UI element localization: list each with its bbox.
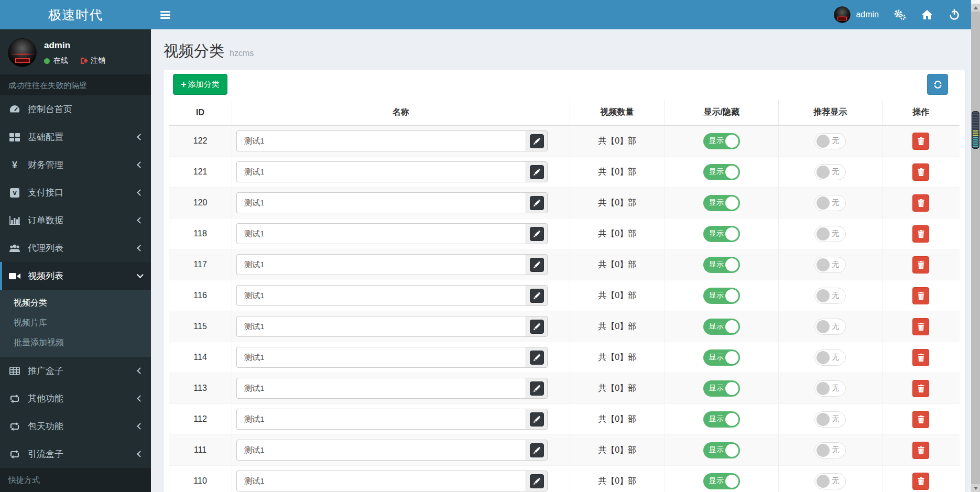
input-addon (526, 254, 548, 275)
category-name-input[interactable] (236, 347, 526, 368)
sidebar-item-promo-box[interactable]: 推广盒子 (0, 357, 151, 385)
scrollbar-down-button[interactable] (971, 484, 980, 492)
sidebar-item-video-categories[interactable]: 视频分类 (0, 293, 151, 313)
edit-button[interactable] (530, 320, 544, 334)
edit-button[interactable] (530, 443, 544, 457)
video-count: 共【0】部 (570, 435, 665, 466)
yen-icon: ¥ (8, 160, 21, 170)
show-hide-toggle[interactable]: 显示 (703, 133, 740, 149)
sidebar-item-agents[interactable]: 代理列表 (0, 234, 151, 262)
recommend-toggle[interactable]: 无 (814, 257, 846, 273)
edit-button[interactable] (530, 227, 544, 241)
category-name-input[interactable] (236, 254, 526, 275)
recommend-toggle[interactable]: 无 (814, 473, 846, 489)
home-button[interactable] (913, 0, 941, 29)
sidebar-item-finance[interactable]: ¥ 财务管理 (0, 151, 151, 179)
delete-button[interactable] (912, 380, 929, 397)
category-name-input[interactable] (236, 285, 526, 306)
show-hide-toggle[interactable]: 显示 (703, 195, 740, 211)
retweet-icon (8, 450, 21, 458)
recommend-toggle[interactable]: 无 (814, 380, 846, 397)
sidebar-item-base-config[interactable]: 基础配置 (0, 123, 151, 151)
show-hide-toggle[interactable]: 显示 (703, 349, 740, 366)
logout-button[interactable] (941, 0, 968, 29)
recommend-toggle[interactable]: 无 (814, 226, 846, 242)
delete-button[interactable] (912, 287, 929, 304)
recommend-toggle[interactable]: 无 (814, 164, 846, 180)
delete-button[interactable] (912, 194, 929, 212)
sidebar-item-other-functions[interactable]: 其他功能 (0, 385, 151, 412)
recommend-toggle[interactable]: 无 (814, 319, 846, 335)
chevron-left-icon (137, 134, 144, 140)
delete-button[interactable] (912, 411, 929, 428)
sidebar-item-video-library[interactable]: 视频片库 (0, 313, 151, 333)
settings-button[interactable] (886, 0, 913, 29)
category-name-input[interactable] (236, 192, 526, 213)
delete-icon (918, 199, 924, 207)
delete-button[interactable] (912, 442, 929, 459)
category-name-input[interactable] (236, 409, 526, 430)
show-hide-toggle[interactable]: 显示 (703, 288, 740, 304)
sidebar-toggle-button[interactable] (160, 0, 183, 29)
edit-button[interactable] (530, 381, 544, 396)
scrollbar-thumb[interactable] (972, 111, 979, 149)
category-name-input[interactable] (236, 161, 526, 182)
category-name-input[interactable] (236, 316, 526, 337)
refresh-button[interactable] (927, 74, 948, 95)
edit-button[interactable] (530, 196, 544, 210)
category-name-input[interactable] (236, 130, 526, 151)
show-hide-toggle[interactable]: 显示 (703, 257, 740, 273)
recommend-toggle[interactable]: 无 (814, 411, 846, 428)
video-count: 共【0】部 (570, 404, 665, 435)
edit-button[interactable] (530, 289, 544, 303)
delete-button[interactable] (912, 318, 929, 335)
delete-button[interactable] (912, 349, 929, 366)
brand-logo[interactable]: 极速时代 (0, 0, 151, 29)
sidebar-item-label: 支付接口 (28, 187, 63, 199)
show-hide-toggle[interactable]: 显示 (703, 226, 740, 242)
category-name-input[interactable] (236, 223, 526, 244)
delete-button[interactable] (912, 133, 929, 150)
sidebar-item-daypass-functions[interactable]: 包天功能 (0, 412, 151, 440)
edit-button[interactable] (530, 351, 544, 365)
edit-button[interactable] (530, 258, 544, 272)
show-hide-toggle[interactable]: 显示 (703, 164, 740, 180)
delete-button[interactable] (912, 225, 929, 243)
show-hide-toggle[interactable]: 显示 (703, 473, 740, 489)
sidebar-item-payment[interactable]: v 支付接口 (0, 179, 151, 206)
category-name-input[interactable] (236, 378, 526, 399)
category-name-group (236, 161, 548, 182)
category-name-input[interactable] (236, 440, 526, 461)
show-hide-toggle[interactable]: 显示 (703, 380, 740, 397)
delete-button[interactable] (912, 473, 929, 490)
toggle-knob (725, 135, 738, 148)
sidebar-item-orders[interactable]: 订单数据 (0, 206, 151, 234)
chevron-left-icon (137, 395, 144, 402)
sidebar-item-batch-add-video[interactable]: 批量添加视频 (0, 333, 151, 353)
sidebar-item-video-list[interactable]: 视频列表 (0, 262, 151, 290)
edit-button[interactable] (530, 412, 544, 427)
show-hide-toggle[interactable]: 显示 (703, 411, 740, 428)
recommend-toggle[interactable]: 无 (814, 442, 846, 458)
sidebar-item-traffic-box[interactable]: 引流盒子 (0, 440, 151, 468)
edit-button[interactable] (530, 474, 544, 488)
category-name-input[interactable] (236, 471, 526, 491)
edit-button[interactable] (530, 134, 544, 148)
recommend-toggle[interactable]: 无 (814, 349, 846, 366)
logout-link[interactable]: 注销 (80, 56, 105, 65)
toggle-off-label: 无 (832, 229, 839, 238)
scrollbar-up-button[interactable] (971, 4, 980, 12)
delete-button[interactable] (912, 163, 929, 181)
show-hide-toggle[interactable]: 显示 (703, 442, 740, 458)
recommend-toggle[interactable]: 无 (814, 133, 846, 149)
delete-button[interactable] (912, 256, 929, 274)
recommend-toggle[interactable]: 无 (814, 288, 846, 304)
sidebar-item-dashboard[interactable]: 控制台首页 (0, 95, 151, 123)
recommend-toggle[interactable]: 无 (814, 195, 846, 211)
show-hide-toggle[interactable]: 显示 (703, 319, 740, 335)
add-category-button[interactable]: + 添加分类 (173, 74, 227, 95)
edit-button[interactable] (530, 165, 544, 179)
page-scrollbar[interactable] (971, 0, 980, 492)
category-name-group (236, 130, 548, 151)
user-menu[interactable]: admin (826, 0, 886, 29)
